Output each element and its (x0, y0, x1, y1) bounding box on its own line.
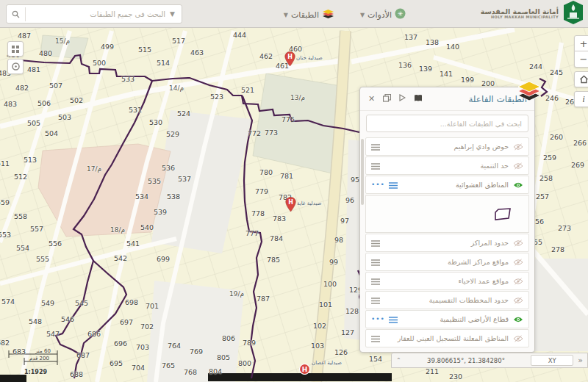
panel-search (366, 115, 528, 132)
layer-label: المناطق المعلنة للتسجيل العيني للعقار (380, 334, 509, 342)
search-input[interactable] (26, 5, 170, 23)
top-header: ▼ الطبقات ▼ ✳ الأدوات ▼ أمانة العاصمة ال… (0, 0, 588, 28)
search-icon[interactable] (7, 7, 26, 21)
marker-label: صيدلية حنان (296, 55, 323, 61)
layer-label: مواقع عمد الاحياء (380, 277, 509, 285)
layer-menu-icon[interactable] (371, 255, 380, 269)
layer-row[interactable]: مواقع عمد الاحياء (365, 272, 529, 290)
eye-hidden-icon[interactable] (513, 331, 523, 345)
tools-icon: ✳ (395, 8, 406, 21)
play-icon[interactable] (397, 94, 408, 104)
home-extent-button[interactable] (574, 71, 588, 87)
cursor-coordinates: 39.806615°, 21.384280° (406, 357, 527, 364)
zoom-out-button[interactable]: − (574, 51, 588, 68)
municipality-logo: أمانة العاصمة المقدسة HOLY MAKKAH MUNICI… (481, 2, 584, 26)
info-button[interactable]: i (574, 91, 588, 107)
layer-row[interactable]: حدود المخططات التقسيمية (365, 291, 529, 309)
layer-label: المناطق العشوائية (398, 181, 509, 189)
global-search: ▼ (6, 4, 182, 24)
eye-visible-icon[interactable] (513, 178, 523, 192)
svg-text:✳: ✳ (398, 10, 404, 18)
makkah-emblem-icon (563, 1, 584, 27)
eye-hidden-icon[interactable] (513, 159, 523, 173)
bookmark-icon[interactable] (412, 94, 423, 104)
eye-hidden-icon[interactable] (513, 236, 523, 250)
layers-menu-label: الطبقات (291, 10, 319, 20)
right-map-controls: + − i (574, 35, 588, 109)
layer-label: حوض وادي إبراهيم (380, 143, 509, 151)
layer-menu-icon[interactable] (389, 312, 398, 326)
chevron-down-icon: ▼ (284, 12, 288, 18)
svg-text:H: H (288, 199, 293, 206)
marker-label: صيدلية غاية (297, 201, 321, 206)
layer-row[interactable]: حوض وادي إبراهيم (365, 137, 529, 156)
coordinate-bar: ⌃ 39.806615°, 21.384280° XY » (391, 353, 588, 368)
panel-search-input[interactable] (367, 116, 528, 132)
more-options-icon[interactable]: ••• (371, 316, 385, 322)
svg-text:H: H (287, 54, 293, 60)
svg-text:H: H (302, 366, 308, 373)
eye-visible-icon[interactable] (513, 312, 523, 326)
layers-stack-icon (517, 81, 542, 104)
layer-label: مواقع مراكز الشرطة (380, 258, 509, 266)
basemap-button[interactable] (7, 41, 24, 57)
layer-menu-icon[interactable] (371, 293, 380, 307)
zoom-in-button[interactable]: + (574, 35, 588, 51)
layer-row[interactable]: المناطق المعلنة للتسجيل العيني للعقار (365, 329, 529, 347)
layer-list: حوض وادي إبراهيمحد التنميةالمناطق العشوا… (365, 137, 529, 348)
panel-scrollbar[interactable] (361, 139, 364, 348)
scale-meters: 60 متر (35, 348, 51, 354)
layers-menu-button[interactable]: الطبقات ▼ (284, 8, 334, 21)
marker-label: صيدلية اغصان (312, 360, 342, 366)
app-window: 60 متر 200 قدم 1:1929 487499517515480486… (0, 0, 588, 382)
layer-row[interactable]: المناطق العشوائية••• (365, 176, 529, 194)
xy-mode-selector[interactable]: XY (531, 355, 573, 366)
layer-label: حد التنمية (380, 162, 509, 170)
layer-label: قطاع الأراضي التنظيمية (398, 315, 509, 323)
active-layers-panel: ✕ الطبقات الفاعلة حوض وادي إبراهيمحد الت… (359, 87, 535, 353)
chevron-down-icon[interactable]: ▼ (170, 10, 182, 18)
layer-row[interactable]: مواقع مراكز الشرطة (365, 253, 529, 271)
chevron-up-icon[interactable]: ⌃ (396, 357, 401, 364)
layer-menu-icon[interactable] (371, 159, 380, 173)
layer-menu-icon[interactable] (371, 331, 380, 345)
eye-hidden-icon[interactable] (513, 140, 523, 154)
tools-menu-label: الأدوات (368, 10, 392, 20)
layer-menu-icon[interactable] (389, 178, 398, 192)
layer-label: حدود المخططات التقسيمية (380, 296, 509, 304)
legend-polygon-swatch (493, 206, 512, 223)
layers-icon (322, 8, 334, 21)
logo-title-english: HOLY MAKKAH MUNICIPALITY (481, 15, 559, 20)
collapse-bar-button[interactable]: » (578, 356, 583, 365)
layer-menu-icon[interactable] (371, 140, 380, 154)
layer-label: حدود المراكز (380, 239, 509, 247)
scale-ratio: 1:1929 (24, 369, 47, 375)
copy-layers-icon[interactable] (381, 94, 392, 104)
layer-menu-icon[interactable] (371, 274, 380, 288)
layer-row[interactable]: قطاع الأراضي التنظيمية••• (365, 310, 529, 328)
eye-hidden-icon[interactable] (513, 255, 523, 269)
more-options-icon[interactable]: ••• (371, 181, 385, 188)
tools-menu-button[interactable]: ✳ الأدوات ▼ (360, 8, 406, 21)
close-icon[interactable]: ✕ (366, 94, 377, 104)
locate-button[interactable] (7, 59, 24, 74)
layer-row[interactable]: حدود المراكز (365, 234, 529, 252)
panel-titlebar: ✕ الطبقات الفاعلة (360, 87, 534, 111)
layer-menu-icon[interactable] (371, 236, 380, 250)
eye-hidden-icon[interactable] (513, 293, 523, 307)
eye-hidden-icon[interactable] (513, 274, 523, 288)
layer-row[interactable]: حد التنمية (365, 156, 529, 175)
scale-feet: 200 قدم (29, 356, 49, 361)
chevron-down-icon: ▼ (360, 12, 365, 18)
left-map-controls (7, 41, 24, 76)
layer-legend (365, 195, 529, 233)
